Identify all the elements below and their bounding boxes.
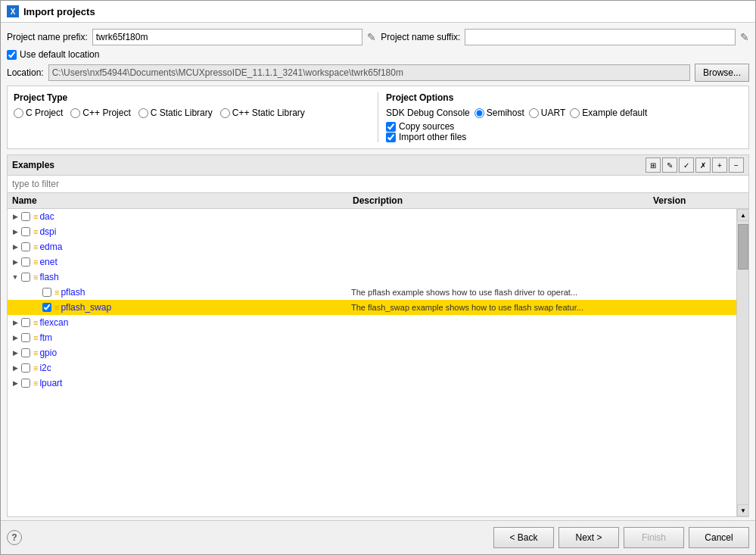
- tree-row-pflash-swap[interactable]: ▶ ≡ pflash_swap The flash_swap example s…: [8, 300, 736, 315]
- expand-enet[interactable]: ▶: [11, 258, 20, 266]
- desc-pflash: The pflash example shows how to use flas…: [351, 288, 658, 297]
- check-pflash[interactable]: [42, 288, 51, 297]
- label-gpio[interactable]: gpio: [39, 348, 57, 358]
- check-gpio[interactable]: [21, 348, 30, 357]
- tree-row-pflash[interactable]: ▶ ≡ pflash The pflash example shows how …: [8, 285, 736, 300]
- toolbar-add-icon[interactable]: +: [712, 157, 727, 173]
- filter-input[interactable]: [8, 176, 748, 193]
- check-edma[interactable]: [21, 242, 30, 251]
- help-icon[interactable]: ?: [7, 530, 22, 545]
- expand-edma[interactable]: ▶: [11, 243, 20, 251]
- vertical-scrollbar[interactable]: ▲ ▼: [736, 209, 748, 516]
- label-i2c[interactable]: i2c: [39, 363, 51, 373]
- check-flash[interactable]: [21, 273, 30, 282]
- label-lpuart[interactable]: lpuart: [39, 378, 62, 388]
- toolbar-delete-icon[interactable]: ✗: [695, 157, 711, 173]
- project-name-row: Project name prefix: ✎ Project name suff…: [7, 29, 749, 45]
- toolbar-expand-icon[interactable]: ⊞: [646, 157, 661, 173]
- check-flexcan[interactable]: [21, 318, 30, 327]
- tree-list[interactable]: ▶ ≡ dac ▶ ≡ ds: [8, 209, 736, 516]
- finish-button[interactable]: Finish: [624, 527, 684, 548]
- next-button[interactable]: Next >: [558, 527, 619, 548]
- tree-row-flexcan[interactable]: ▶ ≡ flexcan: [8, 315, 736, 330]
- expand-ftm[interactable]: ▶: [11, 334, 20, 341]
- tree-row-ftm[interactable]: ▶ ≡ ftm: [8, 330, 736, 345]
- bottom-bar: ? < Back Next > Finish Cancel: [1, 520, 755, 554]
- toolbar-remove-icon[interactable]: −: [729, 157, 744, 173]
- check-dac[interactable]: [21, 212, 30, 221]
- label-ftm[interactable]: ftm: [39, 332, 52, 343]
- dialog-icon: X: [7, 5, 19, 17]
- project-type-radio-group: C Project C++ Project C Static Library C…: [14, 108, 370, 118]
- use-default-location-checkbox[interactable]: [7, 50, 17, 60]
- suffix-edit-icon: ✎: [740, 31, 749, 43]
- location-input[interactable]: [48, 64, 690, 81]
- suffix-label: Project name suffix:: [381, 32, 460, 42]
- radio-cpp-project[interactable]: C++ Project: [70, 108, 130, 118]
- expand-dac[interactable]: ▶: [11, 213, 20, 220]
- expand-dspi[interactable]: ▶: [11, 228, 20, 235]
- label-flexcan[interactable]: flexcan: [39, 317, 68, 328]
- tree-row-flash[interactable]: ▼ ≡ flash: [8, 270, 736, 285]
- folder-icon-enet: ≡: [33, 257, 38, 267]
- import-other-files-row: Import other files: [386, 132, 742, 142]
- back-button[interactable]: < Back: [493, 527, 554, 548]
- expand-i2c[interactable]: ▶: [11, 364, 20, 372]
- prefix-input[interactable]: [92, 29, 363, 45]
- sdk-debug-console-row: SDK Debug Console Semihost UART Example …: [386, 108, 742, 118]
- cancel-button[interactable]: Cancel: [689, 527, 749, 548]
- check-lpuart[interactable]: [21, 379, 30, 388]
- sdk-debug-console-label: SDK Debug Console: [386, 108, 470, 118]
- label-flash[interactable]: flash: [39, 272, 58, 282]
- label-dspi[interactable]: dspi: [39, 226, 56, 237]
- check-i2c[interactable]: [21, 363, 30, 373]
- folder-icon-dac: ≡: [33, 212, 38, 221]
- tree-row-dac[interactable]: ▶ ≡ dac: [8, 209, 736, 224]
- check-ftm[interactable]: [21, 333, 30, 342]
- examples-section: Examples ⊞ ✎ ✓ ✗ + − Name Description Ve…: [7, 154, 749, 517]
- folder-icon-ftm: ≡: [33, 333, 38, 342]
- label-edma[interactable]: edma: [39, 242, 62, 252]
- check-enet[interactable]: [21, 257, 30, 267]
- radio-semihost[interactable]: Semihost: [474, 108, 524, 118]
- title-bar: X Import projects: [1, 1, 755, 23]
- prefix-edit-icon: ✎: [367, 31, 376, 43]
- check-pflash-swap[interactable]: [42, 303, 51, 312]
- radio-uart[interactable]: UART: [529, 108, 565, 118]
- tree-row-i2c[interactable]: ▶ ≡ i2c: [8, 360, 736, 376]
- folder-icon-gpio: ≡: [33, 348, 38, 357]
- tree-row-edma[interactable]: ▶ ≡ edma: [8, 239, 736, 254]
- prefix-label: Project name prefix:: [7, 32, 88, 42]
- scroll-up-arrow[interactable]: ▲: [737, 209, 749, 221]
- folder-icon-flash: ≡: [33, 273, 38, 282]
- toolbar-check-icon[interactable]: ✓: [679, 157, 694, 173]
- radio-c-static-lib[interactable]: C Static Library: [138, 108, 213, 118]
- label-dac[interactable]: dac: [39, 211, 54, 222]
- import-other-files-checkbox[interactable]: [386, 133, 396, 142]
- radio-cpp-static-lib[interactable]: C++ Static Library: [220, 108, 305, 118]
- copy-sources-checkbox[interactable]: [386, 122, 396, 132]
- tree-row-enet[interactable]: ▶ ≡ enet: [8, 254, 736, 270]
- radio-c-project[interactable]: C Project: [14, 108, 63, 118]
- browse-button[interactable]: Browse...: [695, 64, 749, 82]
- tree-row-lpuart[interactable]: ▶ ≡ lpuart: [8, 376, 736, 391]
- expand-flash[interactable]: ▼: [11, 273, 20, 281]
- scroll-thumb[interactable]: [738, 224, 748, 270]
- scroll-down-arrow[interactable]: ▼: [737, 504, 749, 516]
- label-pflash-swap[interactable]: pflash_swap: [61, 302, 111, 313]
- expand-lpuart[interactable]: ▶: [11, 379, 20, 387]
- suffix-input[interactable]: [465, 29, 736, 45]
- label-enet[interactable]: enet: [39, 257, 57, 267]
- expand-flexcan[interactable]: ▶: [11, 319, 20, 326]
- expand-gpio[interactable]: ▶: [11, 349, 20, 357]
- label-pflash[interactable]: pflash: [61, 287, 85, 298]
- check-dspi[interactable]: [21, 227, 30, 236]
- toolbar-edit-icon[interactable]: ✎: [662, 157, 677, 173]
- file-icon-pflash-swap: ≡: [54, 303, 59, 312]
- project-options-title: Project Options: [386, 92, 742, 103]
- radio-example-default[interactable]: Example default: [570, 108, 647, 118]
- tree-row-gpio[interactable]: ▶ ≡ gpio: [8, 345, 736, 360]
- project-type-title: Project Type: [14, 92, 370, 103]
- examples-toolbar: ⊞ ✎ ✓ ✗ + −: [646, 157, 744, 173]
- tree-row-dspi[interactable]: ▶ ≡ dspi: [8, 224, 736, 239]
